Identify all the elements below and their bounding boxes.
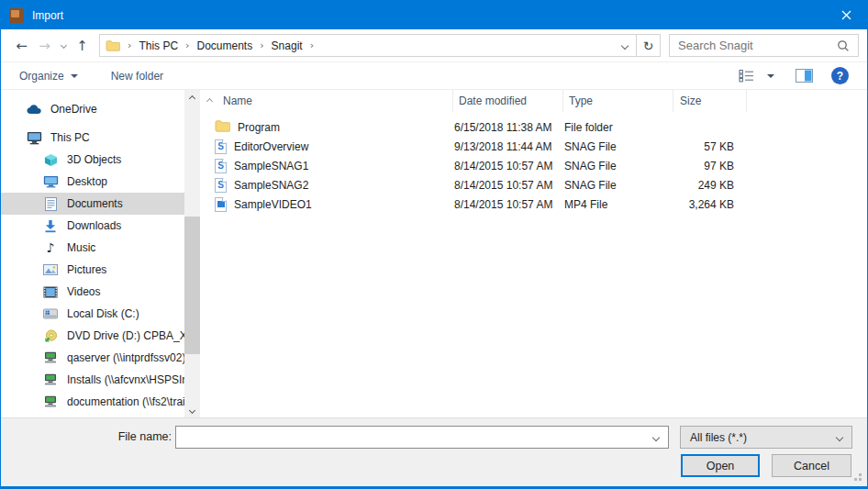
file-row-samplesnag2[interactable]: S SampleSNAG2 8/14/2015 10:57 AM SNAG Fi… <box>207 175 867 194</box>
sidebar-item-label: Local Disk (C:) <box>67 307 139 320</box>
sidebar-item-music[interactable]: ♪ Music <box>1 237 184 259</box>
sidebar-item-onedrive[interactable]: OneDrive <box>1 98 184 120</box>
breadcrumb-item-snagit[interactable]: Snagit <box>272 39 303 52</box>
sidebar-item-documentation[interactable]: documentation (\\fs2\train <box>1 391 184 413</box>
search-icon <box>837 39 850 52</box>
address-bar[interactable]: › This PC › Documents › Snagit › ↻ <box>99 34 661 57</box>
chevron-down-icon <box>652 433 660 440</box>
column-headers: Name Date modified Type Size <box>207 90 867 112</box>
file-size: 57 KB <box>669 140 742 153</box>
file-name-input[interactable] <box>176 427 644 448</box>
change-view-button[interactable] <box>732 69 761 83</box>
sidebar-item-pictures[interactable]: Pictures <box>1 259 184 281</box>
organize-button[interactable]: Organize <box>11 62 86 89</box>
document-icon <box>42 197 59 211</box>
file-row-samplevideo1[interactable]: SampleVIDEO1 8/14/2015 10:57 AM MP4 File… <box>207 194 867 214</box>
sidebar-item-label: Installs (\\afcvnx\HSPSInsta <box>67 373 184 386</box>
forward-button[interactable]: → <box>33 34 56 57</box>
sidebar-item-label: Documents <box>67 197 123 210</box>
up-icon: ↑ <box>76 38 88 54</box>
sidebar-item-desktop[interactable]: Desktop <box>1 171 184 193</box>
file-row-editoroverview[interactable]: S EditorOverview 9/13/2018 11:44 AM SNAG… <box>207 137 867 156</box>
navigation-bar: ← → ↑ › This PC › Documents › Snagit › ↻ <box>1 29 867 61</box>
sidebar-item-downloads[interactable]: Downloads <box>1 215 184 237</box>
up-button[interactable]: ↑ <box>71 34 94 57</box>
chevron-down-icon <box>621 41 629 49</box>
scroll-down-button[interactable] <box>184 404 200 417</box>
sidebar-item-label: Downloads <box>67 219 121 232</box>
sidebar-item-label: Desktop <box>67 175 107 188</box>
sidebar-item-label: documentation (\\fs2\train <box>67 395 184 408</box>
import-dialog: Import ← → ↑ › This PC › Documents › Sna… <box>0 0 868 489</box>
folder-icon <box>215 119 230 135</box>
back-button[interactable]: ← <box>10 34 33 57</box>
sidebar-item-this-pc[interactable]: This PC <box>1 127 184 149</box>
titlebar: Import <box>1 1 867 29</box>
sidebar-item-label: This PC <box>50 131 90 144</box>
network-drive-icon <box>42 373 59 386</box>
refresh-button[interactable]: ↻ <box>636 35 660 56</box>
column-header-date-modified[interactable]: Date modified <box>453 90 563 112</box>
video-glyph <box>217 201 225 207</box>
sidebar-item-label: OneDrive <box>50 103 97 116</box>
help-icon: ? <box>831 67 849 84</box>
sidebar-item-3d-objects[interactable]: 3D Objects <box>1 149 184 171</box>
file-name: SampleSNAG2 <box>234 179 308 192</box>
column-label: Date modified <box>459 94 527 107</box>
open-label: Open <box>707 460 735 472</box>
recent-locations-button[interactable] <box>56 34 71 57</box>
open-button[interactable]: Open <box>681 454 760 477</box>
breadcrumb-separator-icon: › <box>120 39 139 51</box>
snag-file-icon: S <box>215 178 227 193</box>
desktop-icon <box>42 175 59 188</box>
snag-letter: S <box>217 142 224 151</box>
scrollbar-thumb[interactable] <box>184 217 200 354</box>
this-pc-icon <box>26 131 42 145</box>
sidebar-item-local-disk[interactable]: Local Disk (C:) <box>1 303 184 325</box>
refresh-icon: ↻ <box>643 39 654 53</box>
breadcrumb-item-documents[interactable]: Documents <box>197 39 253 52</box>
cancel-button[interactable]: Cancel <box>772 454 851 477</box>
help-button[interactable]: ? <box>825 67 855 84</box>
column-header-size[interactable]: Size <box>673 90 747 112</box>
snag-file-icon: S <box>215 159 227 173</box>
music-note-icon: ♪ <box>42 241 59 254</box>
file-date: 8/14/2015 10:57 AM <box>449 179 559 192</box>
file-row-program[interactable]: Program 6/15/2018 11:38 AM File folder <box>207 117 867 137</box>
column-header-name[interactable]: Name <box>212 90 453 112</box>
snag-file-icon: S <box>215 139 227 154</box>
file-type-dropdown-button[interactable] <box>828 427 851 448</box>
sidebar-item-installs[interactable]: Installs (\\afcvnx\HSPSInsta <box>1 369 184 391</box>
sidebar-item-documents[interactable]: Documents <box>1 193 184 215</box>
preview-pane-button[interactable] <box>789 69 819 83</box>
scroll-up-button[interactable] <box>184 92 200 106</box>
network-drive-icon <box>42 351 59 364</box>
sidebar-scrollbar[interactable] <box>184 90 200 419</box>
view-options-dropdown[interactable] <box>761 74 781 78</box>
column-header-type[interactable]: Type <box>563 90 673 112</box>
file-name-dropdown-button[interactable] <box>644 427 668 448</box>
navigation-pane: OneDrive This PC 3D Objects Desktop Docu… <box>1 90 184 419</box>
file-name-label: File name: <box>1 430 172 443</box>
command-toolbar: Organize New folder ? <box>1 61 867 90</box>
snagit-app-icon <box>9 8 24 23</box>
breadcrumb-item-this-pc[interactable]: This PC <box>139 39 178 52</box>
search-input[interactable] <box>678 39 837 52</box>
new-folder-button[interactable]: New folder <box>103 62 172 89</box>
dialog-footer: File name: All files (*.*) Open Cancel <box>1 417 867 486</box>
close-button[interactable] <box>825 1 867 29</box>
preview-pane-icon <box>796 69 813 83</box>
cube-icon <box>42 153 59 167</box>
file-row-samplesnag1[interactable]: S SampleSNAG1 8/14/2015 10:57 AM SNAG Fi… <box>207 156 867 175</box>
sidebar-item-videos[interactable]: Videos <box>1 281 184 303</box>
resize-grip[interactable] <box>859 478 862 481</box>
sidebar-item-qaserver[interactable]: qaserver (\\intprdfssv02) (C <box>1 347 184 369</box>
sidebar-item-dvd-drive[interactable]: DVD Drive (D:) CPBA_X64FF <box>1 325 184 347</box>
file-type: SNAG File <box>559 140 669 153</box>
file-type-select[interactable]: All files (*.*) <box>680 426 852 449</box>
chevron-down-icon <box>836 433 843 440</box>
file-type-value: All files (*.*) <box>690 431 828 444</box>
address-dropdown-button[interactable] <box>614 35 636 56</box>
snag-letter: S <box>217 181 224 190</box>
column-label: Type <box>569 94 593 107</box>
